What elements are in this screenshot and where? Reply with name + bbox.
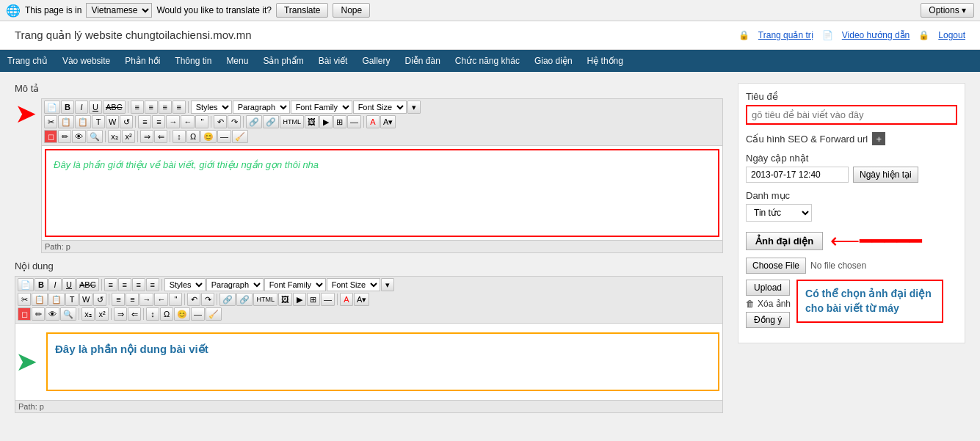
nd-tb-font-color[interactable]: A xyxy=(340,293,353,306)
anh-dai-dien-button[interactable]: Ảnh đại diện xyxy=(746,232,823,250)
nd-tb-outdent[interactable]: ← xyxy=(154,293,168,306)
nav-item-sanpham[interactable]: Sản phẩm xyxy=(255,50,311,72)
nd-tb-paragraph[interactable]: Paragraph xyxy=(206,278,264,291)
nd-tb-html[interactable]: HTML xyxy=(253,293,277,306)
language-select[interactable]: Vietnamese xyxy=(86,3,152,18)
tb-media[interactable]: ▶ xyxy=(319,115,333,128)
nd-tb-ltr[interactable]: ⇒ xyxy=(114,307,127,321)
tb-ul[interactable]: ≡ xyxy=(138,115,151,128)
tb-undo[interactable]: ↶ xyxy=(214,115,227,128)
tb-pencil[interactable]: ✏ xyxy=(58,130,71,143)
dong-y-button[interactable]: Đồng ý xyxy=(746,312,790,328)
nav-item-menu[interactable]: Menu xyxy=(219,50,255,72)
nd-tb-smiley[interactable]: 😊 xyxy=(174,307,190,321)
tb-align-left[interactable]: ≡ xyxy=(131,101,144,114)
tb-redo[interactable]: ↷ xyxy=(228,115,241,128)
tb-unlink[interactable]: 🔗 xyxy=(263,115,279,128)
seo-plus-button[interactable]: + xyxy=(872,132,885,145)
nd-tb-indent[interactable]: → xyxy=(139,293,153,306)
tb-align-center[interactable]: ≡ xyxy=(145,101,158,114)
danh-muc-select[interactable]: Tin tức Bài viết Sản phẩm xyxy=(746,204,812,222)
nd-tb-img[interactable]: 🖼 xyxy=(278,293,292,306)
nd-tb-more[interactable]: ▾ xyxy=(381,278,394,291)
tb-cleanup[interactable]: 🧹 xyxy=(232,130,248,143)
tb-italic[interactable]: I xyxy=(75,101,88,114)
nd-tb-align-justify[interactable]: ≡ xyxy=(146,278,159,291)
nav-item-baiviet[interactable]: Bài viết xyxy=(311,50,355,72)
nd-tb-cut[interactable]: ✂ xyxy=(18,293,31,306)
tb-line[interactable]: — xyxy=(217,130,231,143)
tb-font-family-select-1[interactable]: Font Family xyxy=(291,101,352,114)
nd-tb-align-center[interactable]: ≡ xyxy=(118,278,131,291)
tb-img[interactable]: 🖼 xyxy=(305,115,319,128)
options-button[interactable]: Options ▾ xyxy=(921,3,974,18)
nd-tb-pencil[interactable]: ✏ xyxy=(32,307,45,321)
tb-sub[interactable]: x₂ xyxy=(108,130,121,143)
tb-strike[interactable]: ABC xyxy=(103,101,126,114)
nd-tb-bold[interactable]: B xyxy=(35,278,48,291)
nd-tb-redo[interactable]: ↷ xyxy=(201,293,214,306)
today-button[interactable]: Ngày hiện tại xyxy=(853,167,918,183)
tb-find[interactable]: 🔍 xyxy=(87,130,103,143)
nd-tb-ul[interactable]: ≡ xyxy=(112,293,125,306)
tb-table[interactable]: ⊞ xyxy=(333,115,346,128)
tb-font-color[interactable]: A xyxy=(366,115,380,128)
date-input[interactable] xyxy=(746,167,849,183)
nav-item-phanhoi[interactable]: Phản hồi xyxy=(117,50,167,72)
nope-button[interactable]: Nope xyxy=(333,3,370,18)
tb-char[interactable]: Ω xyxy=(186,130,200,143)
tb-styles-select[interactable]: Styles xyxy=(191,101,232,114)
nd-tb-link[interactable]: 🔗 xyxy=(219,293,236,306)
tb-outdent[interactable]: ← xyxy=(181,115,195,128)
tieu-de-input[interactable] xyxy=(746,105,957,125)
tb-doc-icon[interactable]: 📄 xyxy=(44,101,60,114)
nd-tb-paste[interactable]: 📋 xyxy=(48,293,65,306)
nav-item-giaodien[interactable]: Giao diện xyxy=(527,50,580,72)
tb-font-size-select-1[interactable]: Font Size xyxy=(353,101,407,114)
tb-paste[interactable]: 📋 xyxy=(75,115,91,128)
tb-rtl[interactable]: ⇐ xyxy=(154,130,167,143)
nd-tb-bg-color[interactable]: A▾ xyxy=(354,293,369,306)
nd-tb-font-family[interactable]: Font Family xyxy=(264,278,326,291)
nav-item-gallery[interactable]: Gallery xyxy=(355,50,397,72)
tb-cut[interactable]: ✂ xyxy=(44,115,57,128)
nd-tb-sub[interactable]: x₂ xyxy=(81,307,95,321)
nd-tb-unlink[interactable]: 🔗 xyxy=(236,293,253,306)
tb-sup[interactable]: x² xyxy=(122,130,135,143)
nd-tb-paste-text[interactable]: T xyxy=(65,293,79,306)
tb-bg-color[interactable]: A▾ xyxy=(380,115,396,128)
nd-tb-source[interactable]: ◻ xyxy=(18,307,31,321)
nd-tb-strike[interactable]: ABC xyxy=(76,278,99,291)
nav-item-thongtin[interactable]: Thông tin xyxy=(167,50,219,72)
nav-item-hethong[interactable]: Hệ thống xyxy=(580,50,631,72)
tb-ol[interactable]: ≡ xyxy=(152,115,165,128)
tb-paragraph-select[interactable]: Paragraph xyxy=(233,101,290,114)
tb-indent[interactable]: → xyxy=(166,115,180,128)
tb-bold[interactable]: B xyxy=(61,101,74,114)
nd-tb-doc[interactable]: 📄 xyxy=(18,278,34,291)
nd-tb-cleanup[interactable]: 🧹 xyxy=(206,307,222,321)
nd-tb-blockquote[interactable]: " xyxy=(169,293,182,306)
nd-tb-rtl[interactable]: ⇐ xyxy=(128,307,141,321)
tb-paste-text[interactable]: T xyxy=(92,115,105,128)
nd-tb-table[interactable]: ⊞ xyxy=(307,293,320,306)
nd-tb-line[interactable]: — xyxy=(191,307,205,321)
nav-item-chucnangkhac[interactable]: Chức năng khác xyxy=(448,50,527,72)
tb-ltr[interactable]: ⇒ xyxy=(140,130,153,143)
nd-tb-hr[interactable]: — xyxy=(321,293,335,306)
nd-tb-find[interactable]: 🔍 xyxy=(60,307,76,321)
nd-tb-preview[interactable]: 👁 xyxy=(46,307,59,321)
translate-button[interactable]: Translate xyxy=(276,3,329,18)
admin-link[interactable]: Trang quản trị xyxy=(758,30,813,40)
nd-tb-media[interactable]: ▶ xyxy=(293,293,306,306)
nd-tb-undo-extra[interactable]: ↺ xyxy=(93,293,106,306)
nd-tb-font-size[interactable]: Font Size xyxy=(327,278,380,291)
tb-undo-extra[interactable]: ↺ xyxy=(120,115,133,128)
tb-align-right[interactable]: ≡ xyxy=(159,101,172,114)
tb-align-justify[interactable]: ≡ xyxy=(173,101,186,114)
nd-tb-styles[interactable]: Styles xyxy=(164,278,206,291)
choose-file-button[interactable]: Choose File xyxy=(746,258,806,274)
nd-tb-italic[interactable]: I xyxy=(48,278,62,291)
nd-tb-copy[interactable]: 📋 xyxy=(32,293,48,306)
nd-tb-align-left[interactable]: ≡ xyxy=(104,278,117,291)
